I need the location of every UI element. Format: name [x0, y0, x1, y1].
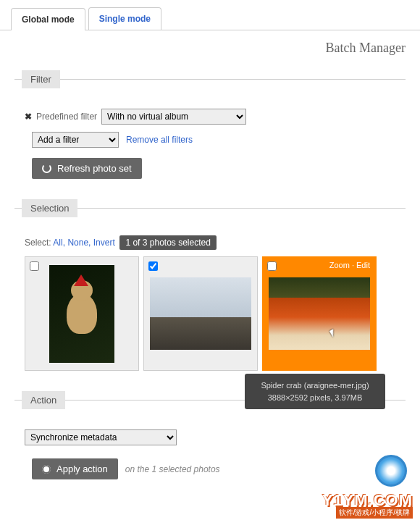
- apply-info-text: on the 1 selected photos: [125, 464, 220, 474]
- thumbnail-image: [150, 265, 251, 363]
- apply-action-button[interactable]: Apply action: [32, 458, 118, 479]
- predefined-filter-label: Predefined filter: [36, 112, 97, 122]
- thumbnail-image: [269, 265, 370, 363]
- tab-single-mode[interactable]: Single mode: [88, 7, 161, 30]
- refresh-photo-set-button[interactable]: Refresh photo set: [32, 158, 142, 179]
- cursor-icon: [329, 329, 337, 337]
- gear-icon: [42, 465, 51, 474]
- zoom-link[interactable]: Zoom: [329, 261, 350, 269]
- select-all-link[interactable]: All: [53, 238, 62, 248]
- selection-legend: Selection: [22, 199, 77, 217]
- tooltip-title: Spider crab (araignee-mer.jpg): [253, 379, 377, 392]
- selection-fieldset: Selection Select: All, None, Invert 1 of…: [14, 199, 406, 371]
- thumbnail-image: [31, 265, 133, 363]
- thumbnail-tooltip: Spider crab (araignee-mer.jpg) 3888×2592…: [245, 374, 385, 409]
- thumbnail-item[interactable]: Zoom · Edit: [262, 256, 377, 371]
- remove-filter-icon[interactable]: ✖: [25, 112, 32, 122]
- edit-link[interactable]: Edit: [356, 261, 370, 269]
- add-filter-select[interactable]: Add a filter: [32, 132, 119, 148]
- thumbnail-checkbox[interactable]: [30, 261, 39, 271]
- select-invert-link[interactable]: Invert: [93, 238, 115, 248]
- refresh-icon: [42, 164, 51, 173]
- mode-tabs: Global mode Single mode: [0, 0, 420, 30]
- filter-legend: Filter: [22, 70, 60, 88]
- watermark-brand: Y1YM.COM: [322, 491, 413, 500]
- page-title: Batch Manager: [0, 30, 420, 63]
- selection-count-badge: 1 of 3 photos selected: [119, 235, 216, 250]
- refresh-button-label: Refresh photo set: [57, 163, 132, 174]
- select-none-link[interactable]: None: [67, 238, 88, 248]
- remove-all-filters-link[interactable]: Remove all filters: [126, 135, 193, 145]
- tab-global-mode[interactable]: Global mode: [11, 8, 85, 30]
- select-label: Select:: [25, 238, 51, 248]
- action-select[interactable]: Synchronize metadata: [25, 429, 177, 445]
- apply-button-label: Apply action: [56, 464, 108, 474]
- thumbnail-item[interactable]: [25, 256, 139, 371]
- tooltip-details: 3888×2592 pixels, 3.97MB: [253, 392, 377, 404]
- thumbnail-checkbox[interactable]: [148, 261, 158, 271]
- predefined-filter-select[interactable]: With no virtual album: [101, 109, 246, 125]
- thumbnail-checkbox[interactable]: [267, 261, 277, 271]
- thumbnail-actions: Zoom · Edit: [329, 261, 370, 269]
- filter-fieldset: Filter ✖ Predefined filter With no virtu…: [14, 70, 406, 179]
- action-legend: Action: [22, 391, 65, 409]
- thumbnail-item[interactable]: [143, 256, 258, 371]
- thumbnail-grid: Zoom · Edit: [25, 256, 406, 371]
